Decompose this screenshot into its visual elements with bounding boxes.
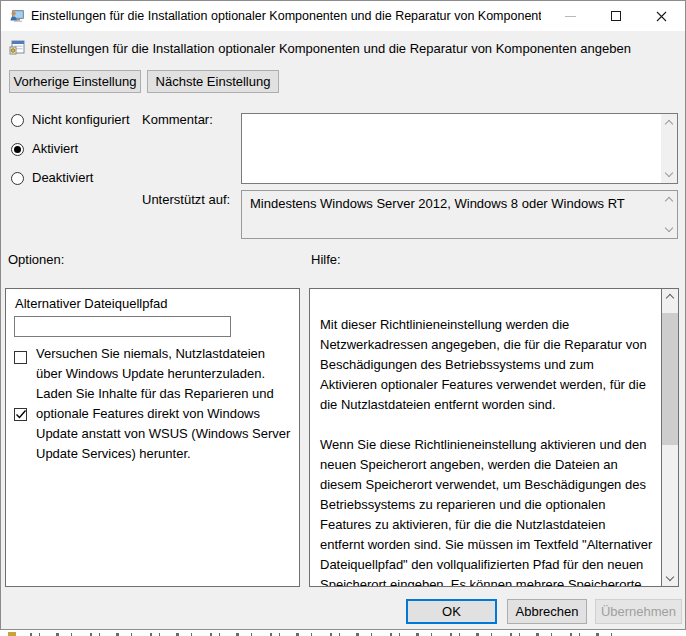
ok-button[interactable]: OK (406, 599, 497, 624)
close-icon[interactable] (638, 1, 685, 31)
alternate-source-path-label: Alternativer Dateiquellpfad (15, 296, 167, 311)
supported-scrollbar[interactable] (661, 191, 677, 238)
title-bar[interactable]: Einstellungen für die Installation optio… (1, 1, 685, 31)
scroll-down-icon[interactable] (665, 224, 673, 232)
radio-label[interactable]: Nicht konfiguriert (32, 112, 130, 127)
radio-circle-icon[interactable] (11, 172, 24, 185)
help-paragraph: Mit dieser Richtlinieneinstellung werden… (320, 315, 653, 415)
minimize-icon[interactable] (548, 1, 593, 31)
radio-label[interactable]: Aktiviert (32, 141, 78, 156)
previous-setting-button[interactable]: Vorherige Einstellung (9, 70, 141, 93)
supported-on-label: Unterstützt auf: (142, 192, 230, 207)
scroll-up-icon[interactable] (665, 120, 673, 128)
background-window-icon (8, 632, 16, 636)
checkbox-never-windows-update[interactable] (14, 351, 27, 364)
setting-title: Einstellungen für die Installation optio… (31, 41, 676, 56)
options-panel: Alternativer Dateiquellpfad Versuchen Si… (5, 288, 300, 587)
comment-scrollbar[interactable] (661, 114, 677, 183)
checkmark-icon (14, 407, 28, 421)
radio-circle-icon[interactable] (11, 114, 24, 127)
options-section-label: Optionen: (8, 252, 64, 267)
comment-label: Kommentar: (142, 112, 213, 127)
radio-label[interactable]: Deaktiviert (32, 170, 93, 185)
scrollbar-thumb[interactable] (662, 313, 678, 445)
checkbox-direct-windows-update-label[interactable]: Laden Sie Inhalte für das Reparieren und… (36, 384, 298, 464)
scroll-down-icon[interactable] (662, 570, 678, 586)
help-box: Mit dieser Richtlinieneinstellung werden… (309, 288, 679, 587)
policy-setting-icon (9, 39, 25, 55)
checkbox-direct-windows-update[interactable] (14, 408, 27, 421)
radio-not-configured[interactable]: Nicht konfiguriert (11, 112, 130, 127)
group-policy-setting-dialog: Einstellungen für die Installation optio… (0, 0, 686, 630)
radio-enabled[interactable]: Aktiviert (11, 141, 78, 156)
scroll-up-icon[interactable] (662, 289, 678, 305)
alternate-source-path-input[interactable] (14, 316, 231, 337)
radio-disabled[interactable]: Deaktiviert (11, 170, 93, 185)
maximize-icon[interactable] (593, 1, 638, 31)
scroll-down-icon[interactable] (665, 169, 673, 177)
background-window-sliver (0, 631, 686, 636)
help-text: Mit dieser Richtlinieneinstellung werden… (310, 289, 661, 586)
help-section-label: Hilfe: (311, 252, 341, 267)
checkbox-never-windows-update-label[interactable]: Versuchen Sie niemals, Nutzlastdateien ü… (36, 344, 294, 384)
next-setting-button[interactable]: Nächste Einstellung (147, 70, 279, 93)
group-policy-computer-user-icon (9, 8, 25, 24)
scroll-up-icon[interactable] (665, 197, 673, 205)
help-scrollbar[interactable] (661, 289, 678, 586)
help-paragraph: Wenn Sie diese Richtlinieneinstellung ak… (320, 435, 653, 586)
supported-on-box: Mindestens Windows Server 2012, Windows … (241, 190, 678, 239)
comment-textarea[interactable] (241, 113, 678, 184)
apply-button[interactable]: Übernehmen (595, 599, 682, 624)
window-title: Einstellungen für die Installation optio… (31, 9, 541, 23)
supported-on-value: Mindestens Windows Server 2012, Windows … (250, 196, 655, 211)
cancel-button[interactable]: Abbrechen (507, 599, 587, 624)
radio-circle-selected-icon[interactable] (11, 143, 24, 156)
